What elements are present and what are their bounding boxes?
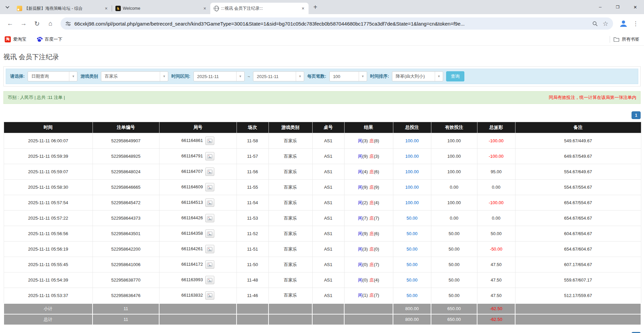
round-detail-button[interactable] [205, 137, 214, 145]
filter-bar: 请选择: 日期查询 游戏类别 百家乐 时间区间: 2025-11-11 ~ 20… [6, 69, 638, 84]
bet-id: 522958645472 [111, 200, 141, 205]
browser-tab[interactable]: :::视讯 会员下注纪录::: [210, 3, 309, 14]
bet-id: 522958646665 [111, 185, 141, 190]
remark: 649.67/549.67 [564, 154, 592, 159]
cell-valid-bet: 50.00 [431, 257, 477, 272]
date-from-select[interactable]: 2025-11-11 [193, 71, 245, 81]
player-label: 闲 [358, 185, 362, 190]
table-row: 2025-11-11 05:58:30522958646665661164609… [4, 180, 641, 195]
game-type-select[interactable]: 百家乐 [101, 71, 168, 81]
zoom-icon[interactable] [592, 21, 598, 27]
page-size-select[interactable]: 100 [329, 71, 367, 81]
total-count-cell: 11 [93, 314, 159, 325]
back-button[interactable]: ← [4, 18, 16, 29]
browser-tab[interactable]: Welcome [112, 3, 210, 14]
session: 11-48 [247, 278, 258, 283]
query-type-select[interactable]: 日期查询 [28, 71, 77, 81]
tab-close-icon[interactable] [202, 6, 208, 11]
browser-tab[interactable]: 【新提醒】海燕策略论坛 - 综合 [13, 3, 112, 14]
table-row: 2025-11-11 05:59:39522958648925661164791… [4, 149, 641, 164]
bookmark-item[interactable]: 百度一下 [36, 36, 62, 42]
cell-bet-id: 522958638770 [93, 272, 159, 288]
total-bet-link[interactable]: 50.00 [406, 262, 418, 267]
total-bet-link[interactable]: 50.00 [406, 278, 418, 283]
cell-payout: 95.00 [477, 164, 515, 180]
browser-menu-button[interactable] [631, 18, 641, 29]
cell-game-type [269, 314, 312, 325]
close-window-button[interactable] [627, 0, 644, 14]
total-bet-link[interactable]: 50.00 [406, 293, 418, 298]
round-detail-button[interactable] [205, 168, 214, 176]
window-controls [592, 0, 644, 14]
table-id: AS1 [324, 231, 332, 236]
total-bet-link[interactable]: 100.00 [405, 138, 419, 143]
date-range-label: 时间区间: [171, 73, 190, 79]
address-bar[interactable]: 66cxkj98.com/ipl/portal.php/game/betreco… [61, 17, 613, 30]
round-detail-button[interactable] [205, 198, 214, 207]
cell-bet-id: 522958648925 [93, 149, 159, 164]
site-info-icon[interactable] [65, 21, 71, 27]
payout: 47.50 [491, 278, 502, 283]
summary-notice: 同局有效投注，统一计算在该局第一张注单内 [549, 95, 636, 101]
url-text[interactable]: 66cxkj98.com/ipl/portal.php/game/betreco… [74, 21, 587, 27]
cell-total-bet: 100.00 [393, 164, 431, 180]
subtotal-payout-cell: -62.50 [477, 303, 515, 314]
forward-button[interactable]: → [18, 18, 29, 29]
payout: 47.50 [491, 262, 502, 267]
page-1-button[interactable]: 1 [632, 111, 641, 119]
date-to-select[interactable]: 2025-11-11 [253, 71, 304, 81]
tab-close-icon[interactable] [300, 6, 306, 11]
bet-id: 522958648024 [111, 169, 141, 174]
round-detail-button[interactable] [205, 229, 214, 238]
bookmark-star-icon[interactable] [603, 20, 608, 28]
round-detail-button[interactable] [205, 291, 214, 300]
search-button[interactable]: 查询 [446, 71, 464, 81]
remark: 654.67/604.67 [564, 247, 592, 252]
total-payout: -62.50 [490, 317, 502, 322]
total-bet-link[interactable]: 100.00 [405, 169, 419, 174]
all-bookmarks-button[interactable]: 所有书签 [613, 36, 639, 42]
total-bet-link[interactable]: 100.00 [405, 200, 419, 205]
bet-time: 2025-11-11 05:56:56 [28, 231, 68, 236]
round-detail-button[interactable] [205, 276, 214, 284]
browser-toolbar: ← → ↻ ⌂ 66cxkj98.com/ipl/portal.php/game… [0, 14, 644, 33]
total-bet-link[interactable]: 50.00 [406, 216, 418, 221]
cell-bet-id: 522958649907 [93, 133, 159, 149]
cell-valid-bet: 50.00 [431, 226, 477, 242]
reload-button[interactable]: ↻ [31, 18, 43, 29]
round-detail-button[interactable] [205, 260, 214, 269]
cell-result: 闲0庄4 [344, 272, 393, 288]
tab-search-button[interactable] [3, 2, 12, 12]
sort-select[interactable]: 降幂(由大到小) [392, 71, 443, 81]
bet-id: 522958649907 [111, 138, 141, 143]
total-bet-link[interactable]: 50.00 [406, 247, 418, 252]
round-detail-button[interactable] [205, 152, 214, 160]
total-row: 总计11800.00650.00-62.50 [4, 314, 641, 325]
maximize-button[interactable] [609, 0, 627, 14]
round-number: 661163993 [181, 277, 203, 282]
tab-close-icon[interactable] [103, 6, 109, 11]
session: 11-57 [247, 154, 258, 159]
total-bet-link[interactable]: 50.00 [406, 231, 418, 236]
remark: 554.67/649.67 [564, 169, 592, 174]
taobao-icon [5, 36, 11, 42]
page-1-button[interactable]: 1 [632, 332, 641, 333]
table-body: 2025-11-11 06:00:07522958649907661164861… [4, 133, 641, 325]
round-detail-button[interactable] [205, 245, 214, 253]
game-result-icon [207, 139, 212, 143]
column-header: 总派彩 [477, 122, 515, 133]
round-detail-button[interactable] [205, 214, 214, 222]
remark: 654.67/654.67 [564, 216, 592, 221]
total-bet-link[interactable]: 100.00 [405, 185, 419, 190]
chevron-down-icon [435, 72, 443, 81]
cell-remark: 549.67/449.67 [515, 133, 641, 149]
bookmark-item[interactable]: 爱淘宝 [5, 36, 26, 42]
new-tab-button[interactable] [311, 2, 320, 12]
cell-game-type: 百家乐 [269, 180, 312, 195]
total-bet-link[interactable]: 100.00 [405, 154, 419, 159]
round-detail-button[interactable] [205, 183, 214, 191]
home-button[interactable]: ⌂ [45, 18, 56, 29]
profile-avatar[interactable] [618, 18, 629, 29]
cell-result: 闲7庄7 [344, 211, 393, 226]
minimize-button[interactable] [592, 0, 609, 14]
